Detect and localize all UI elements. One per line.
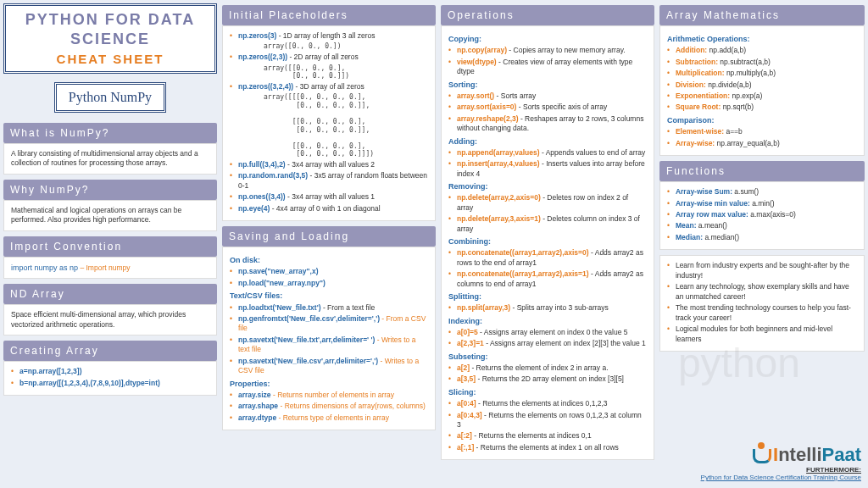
code-label: Array-wise: [676, 139, 715, 147]
subheading: Indexing: [448, 316, 647, 326]
list-item: Element-wise: a==b [667, 127, 857, 136]
section-placeholders: Initial Placeholders np.zeros(3) - 1D ar… [222, 5, 436, 221]
code-label: np.full((3,4),2) [238, 160, 286, 169]
list-item: array.dtype - Returns type of elements i… [230, 413, 428, 423]
code-label: np.delete(array,2,axis=0) [457, 193, 541, 202]
column-1: PYTHON FOR DATA SCIENCE CHEAT SHEET Pyth… [3, 3, 217, 485]
body: a=np.array([1,2,3])b=np.array([(1,2,3,4)… [3, 361, 217, 396]
heading: Array Mathematics [659, 5, 865, 25]
list-item: Division: np.divide(a,b) [667, 80, 857, 90]
code-label: Array-wise min value: [676, 199, 750, 208]
code-label: Element-wise: [676, 127, 724, 136]
list-item: Array-wise min value: a.min() [667, 199, 857, 208]
description: - 4x4 array of 0 with 1 on diagonal [270, 204, 380, 213]
list-item: np.insert(array,4,values) - Inserts valu… [448, 159, 647, 179]
subheading: Combining: [448, 236, 647, 247]
list-item: np.concatenate((array1,array2),axis=1) -… [448, 269, 647, 289]
list-item: Array-wise Sum: a.sum() [667, 187, 857, 197]
list-item: Exponentiation: np.exp(a) [667, 92, 857, 101]
description: - Assigns array element on index 0 the v… [478, 328, 628, 336]
code-label: np.copy(array) [457, 46, 507, 54]
code-label: Subtraction: [676, 58, 718, 66]
list-item: Mean: a.mean() [667, 221, 857, 230]
description: - Sorts array [494, 92, 536, 100]
list-item: Array-wise: np.array_equal(a,b) [667, 139, 857, 148]
list-item: np.full((3,4),2) - 3x4 array with all va… [230, 160, 428, 169]
code-label: a[:2] [457, 431, 472, 440]
code-label: np.zeros((3,2,4)) [238, 82, 293, 91]
heading: What is NumPy? [3, 123, 217, 143]
list-item: a[0]=5 - Assigns array element on index … [448, 328, 647, 337]
heading: Why NumPy? [3, 180, 217, 200]
column-3: Operations Copying:np.copy(array) - Copi… [441, 3, 654, 485]
code-label: Division: [676, 80, 706, 89]
heading: Saving and Loading [222, 226, 436, 247]
code-label: np.delete(array,3,axis=1) [457, 214, 541, 223]
list-item: array.shape - Returns dimensions of arra… [230, 402, 428, 411]
code-label: a[3,5] [457, 374, 476, 383]
logo: IntelliPaat [663, 442, 861, 466]
description: - Returns the elements at indices 0,1 [472, 431, 592, 440]
subhead-csv: Text/CSV files: [230, 291, 428, 301]
list-item: np.load("new_array.npy") [230, 279, 428, 288]
code-label: np.concatenate((array1,array2),axis=1) [457, 269, 589, 278]
title-line-1: PYTHON FOR DATA [14, 11, 206, 29]
list-item: np.eye(4) - 4x4 array of 0 with 1 on dia… [230, 204, 428, 214]
description: - Returns dimensions of array(rows, colu… [278, 402, 426, 410]
list-item: view(dtype) - Creates view of array elem… [448, 58, 647, 77]
description: a.max(axis=0) [748, 210, 796, 219]
code-label: Addition: [676, 46, 707, 54]
description: np.multiply(a,b) [725, 69, 776, 77]
list-item: The most trending technology courses to … [667, 303, 857, 323]
heading: Import Convention [3, 236, 217, 257]
body: Mathematical and logical operations on a… [3, 200, 217, 231]
list-item: Addition: np.add(a,b) [667, 46, 857, 55]
code-output: array([[[0., 0., 0., 0.], [0., 0., 0., 0… [238, 93, 428, 158]
code-label: a[2,3]=1 [457, 339, 484, 347]
body: Copying:np.copy(array) - Copies array to… [441, 25, 654, 460]
title-cheat: CHEAT SHEET [14, 52, 206, 66]
description: - 1D array of length 3 all zeros [276, 31, 375, 40]
furthermore-label: FURTHERMORE: [663, 466, 861, 474]
list-item: Learn any technology, show exemplary ski… [667, 282, 857, 302]
list-item: np.split(array,3) - Splits array into 3 … [448, 303, 647, 313]
description: - Splits array into 3 sub-arrays [510, 303, 609, 312]
list-item: np.save("new_array",x) [230, 267, 428, 276]
section-why: Why NumPy? Mathematical and logical oper… [3, 180, 217, 231]
list-item: np.zeros((2,3)) - 2D array of all zerosa… [230, 53, 428, 80]
description: a.sum() [732, 187, 759, 196]
list-item: array.sort() - Sorts array [448, 92, 647, 101]
code-label: Multiplication: [676, 69, 725, 77]
body: Space efficient multi-dimensional array,… [3, 304, 217, 336]
subhead-comp: Comparison: [667, 115, 857, 125]
body: On disk: np.save("new_array",x)np.load("… [222, 247, 436, 430]
body: Learn from industry experts and be sough… [659, 255, 865, 352]
description: a.min() [750, 199, 775, 208]
body: import numpy as np – Import numpy [3, 257, 217, 279]
code-label: Square Root: [676, 103, 721, 111]
list-item: a[0:4] - Returns the elements at indices… [448, 399, 647, 408]
body: Array-wise Sum: a.sum()Array-wise min va… [659, 181, 865, 250]
description: - Sorts specific axis of array [516, 103, 607, 111]
course-link[interactable]: Python for Data Science Certification Tr… [663, 474, 861, 481]
code-label: array.sort() [457, 92, 494, 100]
numpy-badge: Python NumPy [54, 82, 166, 113]
list-item: np.loadtxt('New_file.txt') - From a text… [230, 303, 428, 313]
list-item: np.concatenate((array1,array2),axis=0) -… [448, 248, 647, 268]
body: Arithmetic Operations: Addition: np.add(… [659, 25, 865, 156]
list-item: np.genfromtxt('New_file.csv',delimiter='… [230, 314, 428, 334]
subhead-props: Properties: [230, 379, 428, 389]
list-item: a[0:4,3] - Returns the elements on rows … [448, 411, 647, 430]
section-promo: Learn from industry experts and be sough… [659, 255, 865, 352]
subheading: Removing: [448, 181, 647, 191]
code-label: a=np.array([1,2,3]) [19, 367, 81, 375]
code-label: np.genfromtxt('New_file.csv',delimiter='… [238, 314, 380, 323]
description: a.median() [703, 233, 739, 241]
layout-container: PYTHON FOR DATA SCIENCE CHEAT SHEET Pyth… [0, 0, 868, 488]
list-item: Multiplication: np.multiply(a,b) [667, 69, 857, 78]
badge-wrap: Python NumPy [3, 77, 217, 118]
description: - Appends values to end of array [540, 148, 646, 157]
code-label: np.random.rand(3,5) [238, 171, 308, 180]
import-code: import numpy as np [11, 263, 78, 272]
description: np.exp(a) [730, 92, 762, 100]
